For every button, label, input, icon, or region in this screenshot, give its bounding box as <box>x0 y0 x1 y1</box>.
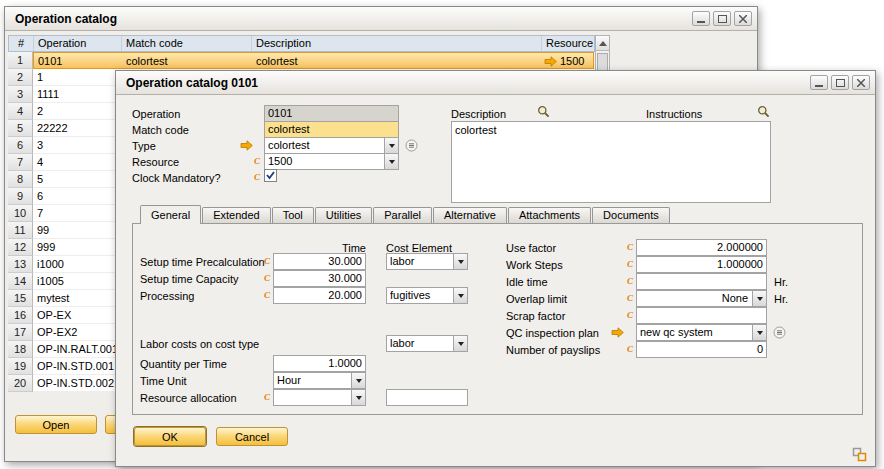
row-number[interactable]: 16 <box>8 307 33 324</box>
chevron-down-icon[interactable] <box>351 373 365 388</box>
payslips-label: Number of payslips <box>506 344 600 357</box>
open-button[interactable]: Open <box>15 415 97 434</box>
tab[interactable]: Alternative <box>433 207 507 223</box>
dialog-titlebar[interactable]: Operation catalog 0101 <box>116 71 875 95</box>
ok-button[interactable]: OK <box>134 427 206 446</box>
column-header-match-code[interactable]: Match code <box>122 36 252 51</box>
chevron-down-icon[interactable] <box>752 325 766 340</box>
chevron-down-icon[interactable] <box>384 138 398 153</box>
match-code-field[interactable]: colortest <box>264 121 399 138</box>
row-number[interactable]: 8 <box>8 171 33 188</box>
maximize-button[interactable] <box>713 11 731 26</box>
operation-field[interactable]: 0101 <box>264 105 399 122</box>
row-number[interactable]: 11 <box>8 222 33 239</box>
row-number[interactable]: 19 <box>8 358 33 375</box>
payslips-input[interactable]: 0 <box>636 341 767 358</box>
c-indicator: C <box>264 392 270 402</box>
row-number[interactable]: 17 <box>8 324 33 341</box>
labor-costs-label: Labor costs on cost type <box>140 338 259 351</box>
chevron-down-icon[interactable] <box>384 154 398 169</box>
chevron-down-icon[interactable] <box>453 288 467 303</box>
resource-select[interactable]: 1500 <box>264 153 399 170</box>
c-indicator: C <box>627 293 633 303</box>
minimize-button[interactable] <box>692 11 710 26</box>
cancel-button[interactable]: Cancel <box>216 427 288 446</box>
setup-precalc-cost-select[interactable]: labor <box>386 253 468 270</box>
qc-plan-select[interactable]: new qc system <box>636 324 767 341</box>
chevron-down-icon[interactable] <box>351 390 365 405</box>
link-arrow-icon[interactable] <box>544 56 557 67</box>
column-header-operation[interactable]: Operation <box>34 36 122 51</box>
overlap-limit-unit-label: Hr. <box>774 293 788 306</box>
qty-per-time-input[interactable]: 1.0000 <box>273 355 366 372</box>
link-arrow-icon[interactable] <box>240 140 253 151</box>
c-indicator: C <box>627 276 633 286</box>
chevron-down-icon[interactable] <box>453 336 467 351</box>
row-number[interactable]: 13 <box>8 256 33 273</box>
row-number[interactable]: 20 <box>8 375 33 392</box>
row-number[interactable]: 7 <box>8 154 33 171</box>
minimize-button[interactable] <box>810 75 828 90</box>
table-row-selected[interactable]: 1 0101 colortest colortest 1500 <box>8 52 594 69</box>
row-number[interactable]: 1 <box>8 52 33 69</box>
define-new-icon[interactable] <box>773 326 786 339</box>
maximize-button[interactable] <box>831 75 849 90</box>
resource-alloc-extra-field[interactable] <box>386 389 468 406</box>
use-factor-label: Use factor <box>506 242 556 255</box>
tab[interactable]: Extended <box>202 207 270 223</box>
description-textarea[interactable]: colortest <box>451 121 771 203</box>
cell-match-code: colortest <box>122 53 252 68</box>
catalog-titlebar[interactable]: Operation catalog <box>5 7 757 31</box>
resource-alloc-select[interactable] <box>273 389 366 406</box>
link-arrow-icon[interactable] <box>611 327 624 338</box>
tab[interactable]: Attachments <box>508 207 591 223</box>
row-number[interactable]: 2 <box>8 69 33 86</box>
resize-grip-icon[interactable] <box>852 447 867 462</box>
cell-resource: 1500 <box>542 53 593 68</box>
column-header-resource[interactable]: Resource <box>542 36 594 51</box>
setup-precalc-input[interactable]: 30.000 <box>273 253 366 270</box>
tab[interactable]: Documents <box>592 207 670 223</box>
time-unit-select[interactable]: Hour <box>273 372 366 389</box>
setup-capacity-input[interactable]: 30.000 <box>273 270 366 287</box>
cell-operation: 0101 <box>34 53 122 68</box>
tab[interactable]: General <box>140 205 201 224</box>
magnifier-icon[interactable] <box>537 105 550 118</box>
row-number[interactable]: 3 <box>8 86 33 103</box>
scrap-factor-input[interactable] <box>636 307 767 324</box>
close-button[interactable] <box>852 75 870 90</box>
chevron-down-icon[interactable] <box>752 291 766 306</box>
chevron-down-icon[interactable] <box>453 254 467 269</box>
overlap-limit-select[interactable]: None <box>636 290 767 307</box>
column-header-description[interactable]: Description <box>252 36 542 51</box>
row-number[interactable]: 9 <box>8 188 33 205</box>
tab[interactable]: Parallel <box>373 207 432 223</box>
work-steps-input[interactable]: 1.000000 <box>636 256 767 273</box>
row-number[interactable]: 4 <box>8 103 33 120</box>
selected-row-cells[interactable]: 0101 colortest colortest 1500 <box>33 52 594 69</box>
column-header-num[interactable]: # <box>9 36 34 51</box>
row-number[interactable]: 12 <box>8 239 33 256</box>
tab[interactable]: Utilities <box>315 207 372 223</box>
row-number[interactable]: 6 <box>8 137 33 154</box>
magnifier-icon[interactable] <box>757 105 770 118</box>
row-number[interactable]: 14 <box>8 273 33 290</box>
type-label: Type <box>132 140 156 153</box>
labor-costs-select[interactable]: labor <box>386 335 468 352</box>
idle-time-input[interactable] <box>636 273 767 290</box>
tab[interactable]: Tool <box>272 207 314 223</box>
row-number[interactable]: 5 <box>8 120 33 137</box>
row-number[interactable]: 10 <box>8 205 33 222</box>
close-button[interactable] <box>734 11 752 26</box>
clock-mandatory-checkbox[interactable] <box>264 169 277 182</box>
processing-input[interactable]: 20.000 <box>273 287 366 304</box>
row-number[interactable]: 15 <box>8 290 33 307</box>
c-indicator: C <box>264 256 270 266</box>
define-new-icon[interactable] <box>405 139 418 152</box>
row-number[interactable]: 18 <box>8 341 33 358</box>
scroll-up-icon[interactable] <box>596 36 609 51</box>
processing-cost-select[interactable]: fugitives <box>386 287 468 304</box>
type-select[interactable]: colortest <box>264 137 399 154</box>
use-factor-input[interactable]: 2.000000 <box>636 239 767 256</box>
idle-time-label: Idle time <box>506 276 548 289</box>
